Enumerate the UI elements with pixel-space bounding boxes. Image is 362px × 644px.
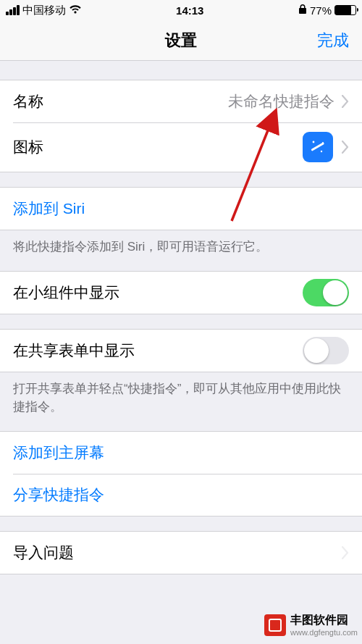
widget-toggle[interactable] — [303, 279, 349, 306]
row-icon[interactable]: 图标 — [0, 122, 362, 172]
add-home-label: 添加到主屏幕 — [13, 443, 104, 463]
svg-point-2 — [322, 142, 324, 143]
watermark: 丰图软件园 www.dgfengtu.com — [264, 613, 358, 637]
share-sheet-toggle[interactable] — [303, 337, 349, 364]
group-basic: 名称 未命名快捷指令 图标 — [0, 80, 362, 172]
status-time: 14:13 — [82, 4, 298, 17]
row-add-siri[interactable]: 添加到 Siri — [0, 188, 362, 230]
battery-icon — [334, 5, 356, 15]
svg-point-3 — [321, 151, 322, 152]
group-share-sheet: 在共享表单中显示 — [0, 329, 362, 372]
row-import[interactable]: 导入问题 — [0, 532, 362, 574]
group-import: 导入问题 — [0, 531, 362, 574]
page-title: 设置 — [165, 30, 197, 51]
chevron-right-icon — [342, 141, 349, 154]
nav-bar: 设置 完成 — [0, 20, 362, 61]
group-widget: 在小组件中显示 — [0, 271, 362, 314]
wifi-icon — [69, 4, 82, 17]
share-sheet-footer: 打开共享表单并轻点“快捷指令”，即可从其他应用中使用此快捷指令。 — [0, 372, 362, 417]
status-bar: 中国移动 14:13 77% — [0, 0, 362, 20]
row-widget: 在小组件中显示 — [0, 272, 362, 314]
icon-label: 图标 — [13, 137, 43, 157]
svg-rect-0 — [311, 142, 324, 151]
group-actions: 添加到主屏幕 分享快捷指令 — [0, 431, 362, 517]
widget-label: 在小组件中显示 — [13, 283, 119, 303]
row-share-sheet: 在共享表单中显示 — [0, 330, 362, 372]
watermark-name: 丰图软件园 — [290, 614, 348, 626]
carrier-label: 中国移动 — [22, 4, 66, 17]
row-share-shortcut[interactable]: 分享快捷指令 — [0, 474, 362, 516]
lock-icon — [298, 4, 307, 17]
siri-footer: 将此快捷指令添加到 Siri，即可用语音运行它。 — [0, 230, 362, 256]
row-add-home[interactable]: 添加到主屏幕 — [0, 432, 362, 474]
share-sheet-label: 在共享表单中显示 — [13, 340, 135, 361]
chevron-right-icon — [342, 95, 349, 108]
chevron-right-icon — [342, 546, 349, 559]
watermark-icon — [264, 614, 286, 636]
shortcut-icon — [303, 132, 333, 162]
siri-label: 添加到 Siri — [13, 198, 85, 219]
battery-pct: 77% — [310, 4, 332, 17]
share-shortcut-label: 分享快捷指令 — [13, 485, 104, 505]
group-siri: 添加到 Siri — [0, 187, 362, 230]
watermark-url: www.dgfengtu.com — [290, 628, 358, 637]
signal-icon — [6, 5, 20, 15]
row-name[interactable]: 名称 未命名快捷指令 — [0, 80, 362, 122]
svg-point-1 — [313, 141, 315, 143]
name-label: 名称 — [13, 91, 43, 112]
name-value: 未命名快捷指令 — [228, 91, 334, 112]
import-label: 导入问题 — [13, 543, 74, 563]
done-button[interactable]: 完成 — [317, 30, 349, 51]
